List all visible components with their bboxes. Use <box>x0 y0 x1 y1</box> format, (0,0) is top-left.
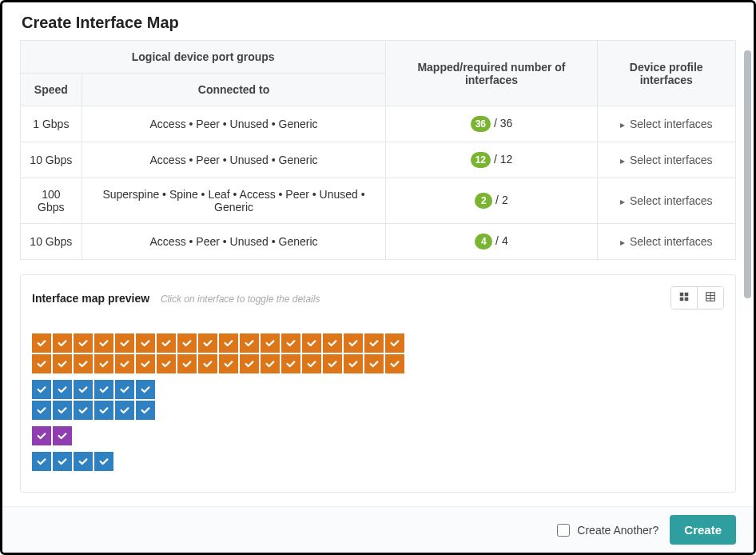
check-icon <box>57 405 68 416</box>
check-icon <box>389 358 400 369</box>
check-icon <box>223 337 234 349</box>
interface-cell[interactable] <box>385 354 404 373</box>
interface-cell[interactable] <box>302 354 321 373</box>
interface-row <box>32 333 724 353</box>
interface-cell[interactable] <box>136 401 155 420</box>
cell-profile: Select interfaces <box>597 106 735 142</box>
interface-cell[interactable] <box>115 333 134 353</box>
interface-cell[interactable] <box>281 354 300 373</box>
interface-cell[interactable] <box>136 333 155 353</box>
interface-row <box>32 426 724 445</box>
check-icon <box>119 337 130 349</box>
scrollbar[interactable] <box>744 50 751 298</box>
interface-cell[interactable] <box>53 354 72 373</box>
interface-cell[interactable] <box>74 380 93 399</box>
check-icon <box>306 358 317 369</box>
interface-cell[interactable] <box>94 452 113 471</box>
interface-group <box>32 333 724 373</box>
check-icon <box>98 358 109 369</box>
interface-cell[interactable] <box>32 354 51 373</box>
interface-row <box>32 401 724 420</box>
interface-cell[interactable] <box>32 426 51 445</box>
interface-cell[interactable] <box>177 354 197 373</box>
interface-cell[interactable] <box>344 333 363 353</box>
check-icon <box>140 337 151 349</box>
cell-mapped: 2 / 2 <box>386 178 597 224</box>
mapped-badge: 2 <box>475 193 492 209</box>
col-mapped: Mapped/required number of interfaces <box>386 41 597 106</box>
interface-cell[interactable] <box>53 452 72 471</box>
view-table-button[interactable] <box>697 287 723 309</box>
interface-cell[interactable] <box>94 333 113 353</box>
interface-row <box>32 354 724 373</box>
interface-cell[interactable] <box>74 354 93 373</box>
check-icon <box>78 456 89 467</box>
interface-cell[interactable] <box>157 333 176 353</box>
interface-cell[interactable] <box>385 333 404 353</box>
interface-cell[interactable] <box>240 333 259 353</box>
interface-cell[interactable] <box>177 333 197 353</box>
preview-title: Interface map preview <box>32 292 149 305</box>
svg-rect-2 <box>680 297 684 301</box>
interface-cell[interactable] <box>53 401 72 420</box>
interface-cell[interactable] <box>157 354 176 373</box>
select-interfaces-link[interactable]: Select interfaces <box>620 194 713 207</box>
interface-cell[interactable] <box>53 380 72 399</box>
svg-rect-0 <box>680 293 684 297</box>
interface-cell[interactable] <box>74 333 93 353</box>
create-another-checkbox[interactable] <box>557 524 570 537</box>
interface-cell[interactable] <box>115 354 134 373</box>
port-groups-table: Logical device port groups Mapped/requir… <box>20 40 736 260</box>
interface-cell[interactable] <box>136 354 155 373</box>
interface-cell[interactable] <box>198 333 217 353</box>
cell-speed: 10 Gbps <box>21 142 82 178</box>
interface-cell[interactable] <box>94 380 113 399</box>
interface-cell[interactable] <box>53 426 72 445</box>
interface-row <box>32 380 724 399</box>
interface-cell[interactable] <box>344 354 363 373</box>
interface-cell[interactable] <box>74 401 93 420</box>
create-another-checkbox-wrap[interactable]: Create Another? <box>554 521 659 539</box>
create-button[interactable]: Create <box>670 515 736 545</box>
interface-cell[interactable] <box>74 452 93 471</box>
select-interfaces-link[interactable]: Select interfaces <box>620 118 713 130</box>
interface-cell[interactable] <box>94 354 113 373</box>
check-icon <box>348 337 359 349</box>
interface-cell[interactable] <box>302 333 321 353</box>
select-interfaces-link[interactable]: Select interfaces <box>620 235 713 248</box>
interface-cell[interactable] <box>115 380 134 399</box>
check-icon <box>98 405 109 416</box>
grid-icon <box>679 292 689 301</box>
check-icon <box>223 358 234 369</box>
interface-cell[interactable] <box>136 380 155 399</box>
interface-cell[interactable] <box>261 333 280 353</box>
view-grid-button[interactable] <box>671 287 697 309</box>
check-icon <box>57 430 68 441</box>
interface-cell[interactable] <box>364 333 384 353</box>
interface-cell[interactable] <box>32 380 51 399</box>
interface-cell[interactable] <box>198 354 217 373</box>
cell-connected: Access • Peer • Unused • Generic <box>82 106 386 142</box>
mapped-badge: 36 <box>471 116 491 132</box>
interface-row <box>32 452 724 471</box>
check-icon <box>36 430 47 441</box>
interface-cell[interactable] <box>115 401 134 420</box>
interface-cell[interactable] <box>32 452 51 471</box>
check-icon <box>78 337 89 349</box>
interface-cell[interactable] <box>281 333 300 353</box>
interface-cell[interactable] <box>364 354 384 373</box>
interface-cell[interactable] <box>323 333 342 353</box>
interface-cell[interactable] <box>53 333 72 353</box>
interface-cell[interactable] <box>219 333 238 353</box>
interface-cell[interactable] <box>219 354 238 373</box>
interface-cell[interactable] <box>32 401 51 420</box>
check-icon <box>389 337 400 349</box>
interface-cell[interactable] <box>94 401 113 420</box>
interface-cell[interactable] <box>32 333 51 353</box>
interface-cell[interactable] <box>261 354 280 373</box>
mapped-badge: 4 <box>475 234 492 250</box>
interface-group <box>32 426 724 445</box>
select-interfaces-link[interactable]: Select interfaces <box>620 154 713 166</box>
interface-cell[interactable] <box>323 354 342 373</box>
interface-cell[interactable] <box>240 354 259 373</box>
